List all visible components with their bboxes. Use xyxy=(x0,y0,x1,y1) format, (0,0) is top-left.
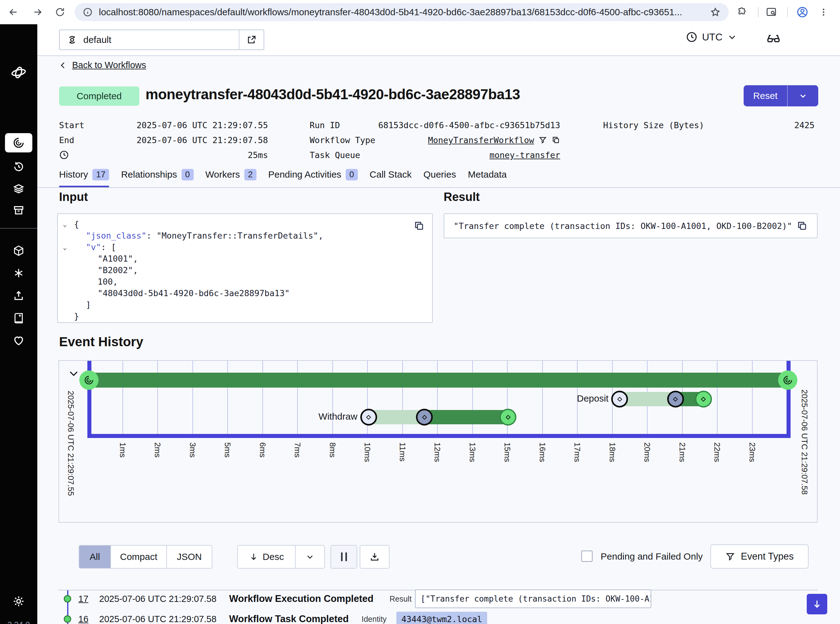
sidebar-item-namespaces[interactable] xyxy=(0,179,37,198)
json-line: "B2002", xyxy=(58,264,432,276)
copy-icon[interactable] xyxy=(552,136,560,144)
app-topbar: default UTC xyxy=(37,24,840,56)
view-json-button[interactable]: JSON xyxy=(166,545,212,568)
sort-order-label: Desc xyxy=(263,551,284,562)
tab-count-badge: 0 xyxy=(182,169,194,181)
timeline-tick-label: 13ms xyxy=(467,442,477,462)
activity-active-bar[interactable] xyxy=(424,410,508,424)
reset-dropdown-caret[interactable] xyxy=(788,85,818,107)
workflow-end-node[interactable] xyxy=(778,371,797,390)
activity-end-node[interactable] xyxy=(695,391,712,408)
timeline-collapse-chevron-icon[interactable] xyxy=(68,368,80,380)
event-timestamp: 2025-07-06 UTC 21:29:07.58 xyxy=(99,594,216,604)
event-diamond-icon xyxy=(366,415,371,420)
detail-historysize-value: 2425 xyxy=(690,118,814,132)
timezone-selector[interactable]: UTC xyxy=(686,31,737,43)
event-status-dot xyxy=(64,615,71,623)
workflow-span-bar[interactable] xyxy=(89,373,787,388)
event-detail-label: Identity xyxy=(362,615,387,624)
temporal-logo-icon[interactable] xyxy=(0,63,37,82)
pause-button[interactable] xyxy=(330,545,357,568)
event-timestamp: 2025-07-06 UTC 21:29:07.58 xyxy=(99,614,216,624)
reset-button-label[interactable]: Reset xyxy=(744,85,788,107)
activity-end-node[interactable] xyxy=(499,409,516,426)
namespace-external-link-icon[interactable] xyxy=(239,30,264,49)
bookmark-star-icon[interactable] xyxy=(710,7,721,17)
copy-icon[interactable] xyxy=(797,220,808,232)
result-value: "Transfer complete (transaction IDs: OKW… xyxy=(453,221,797,231)
tab-metadata[interactable]: Metadata xyxy=(468,162,507,187)
tab-pending-activities[interactable]: Pending Activities0 xyxy=(268,162,358,187)
timeline-tick-label: 2ms xyxy=(153,442,162,457)
site-info-icon[interactable] xyxy=(83,7,92,17)
tab-relationships[interactable]: Relationships0 xyxy=(121,162,193,187)
sidebar-item-docs[interactable] xyxy=(0,309,37,327)
json-collapse-chevron-icon[interactable]: ⌄ xyxy=(63,218,67,230)
workflow-type-link[interactable]: MoneyTransferWorkflow xyxy=(428,135,534,145)
detail-end-label: End xyxy=(59,133,74,147)
view-compact-button[interactable]: Compact xyxy=(110,545,166,568)
workflow-start-node[interactable] xyxy=(79,371,99,390)
extensions-icon[interactable] xyxy=(734,5,750,20)
download-history-button[interactable] xyxy=(360,545,390,568)
activity-start-node[interactable] xyxy=(360,409,377,426)
sidebar-item-codec[interactable] xyxy=(0,241,37,260)
timeline-gridline xyxy=(193,361,193,434)
labs-glasses-icon[interactable] xyxy=(766,31,781,46)
json-text: ] xyxy=(86,300,91,309)
event-row[interactable]: 16 2025-07-06 UTC 21:29:07.58 Workflow T… xyxy=(59,609,818,624)
task-queue-link[interactable]: money-transfer xyxy=(489,150,560,160)
json-collapse-chevron-icon[interactable]: ⌄ xyxy=(63,241,67,253)
timeline-tick-label: 18ms xyxy=(607,442,617,462)
timeline-gridline xyxy=(227,361,228,434)
theme-toggle-sun-icon[interactable] xyxy=(0,592,37,611)
url-text[interactable]: localhost:8080/namespaces/default/workfl… xyxy=(99,7,710,17)
browser-reload-icon[interactable] xyxy=(52,5,68,20)
pending-failed-only-checkbox[interactable] xyxy=(581,551,593,562)
sidebar-item-schedules[interactable] xyxy=(0,158,37,176)
browser-back-icon[interactable] xyxy=(6,5,21,20)
event-result-preview[interactable]: ["Transfer complete (transaction IDs: OK… xyxy=(415,590,651,608)
event-name: Workflow Task Completed xyxy=(229,613,349,624)
activity-mid-node[interactable] xyxy=(416,409,433,426)
tab-label: Workers xyxy=(205,169,240,180)
timeline-gridline xyxy=(717,361,718,434)
browser-forward-icon[interactable] xyxy=(30,5,45,20)
back-to-workflows-link[interactable]: Back to Workflows xyxy=(59,60,146,70)
sidebar-item-workflows[interactable] xyxy=(5,133,32,153)
sidebar-item-labs[interactable] xyxy=(0,264,37,283)
browser-menu-icon[interactable] xyxy=(816,5,831,20)
side-panel-icon[interactable] xyxy=(763,5,779,20)
tab-call-stack[interactable]: Call Stack xyxy=(370,162,412,187)
tab-queries[interactable]: Queries xyxy=(424,162,456,187)
timeline-tick-label: 1ms xyxy=(118,442,128,457)
view-all-button[interactable]: All xyxy=(79,545,110,568)
tab-label: Queries xyxy=(424,169,456,180)
activity-mid-node[interactable] xyxy=(667,391,684,408)
event-types-button[interactable]: Event Types xyxy=(711,544,809,568)
event-id-link[interactable]: 17 xyxy=(79,594,88,604)
sidebar-item-support[interactable] xyxy=(0,331,37,350)
address-bar[interactable]: localhost:8080/namespaces/default/workfl… xyxy=(75,3,729,21)
reset-button[interactable]: Reset xyxy=(744,85,818,107)
copy-icon[interactable] xyxy=(413,220,425,232)
filter-funnel-icon[interactable] xyxy=(538,136,547,144)
json-text: "B2002", xyxy=(98,265,138,275)
namespace-selector[interactable]: default xyxy=(59,29,264,50)
timeline-gridline xyxy=(262,361,263,434)
timeline-tick-label: 5ms xyxy=(223,442,232,457)
timeline-tick-label: 21ms xyxy=(677,442,687,462)
event-id-link[interactable]: 16 xyxy=(79,614,88,624)
sort-order-button[interactable]: Desc xyxy=(237,545,325,568)
event-row[interactable]: 17 2025-07-06 UTC 21:29:07.58 Workflow E… xyxy=(59,589,818,609)
sidebar-item-share-feedback[interactable] xyxy=(0,286,37,305)
status-badge: Completed xyxy=(59,86,139,106)
sort-dropdown-caret[interactable] xyxy=(296,545,324,568)
sidebar-item-archival[interactable] xyxy=(0,201,37,219)
tab-history[interactable]: History17 xyxy=(59,162,109,187)
detail-runid-value: 68153dcc-d0f6-4500-afbc-c93651b75d13 xyxy=(348,118,560,132)
tab-workers[interactable]: Workers2 xyxy=(205,162,256,187)
json-line: } xyxy=(58,310,432,322)
scroll-to-bottom-button[interactable] xyxy=(807,594,827,614)
profile-icon[interactable] xyxy=(795,5,810,20)
